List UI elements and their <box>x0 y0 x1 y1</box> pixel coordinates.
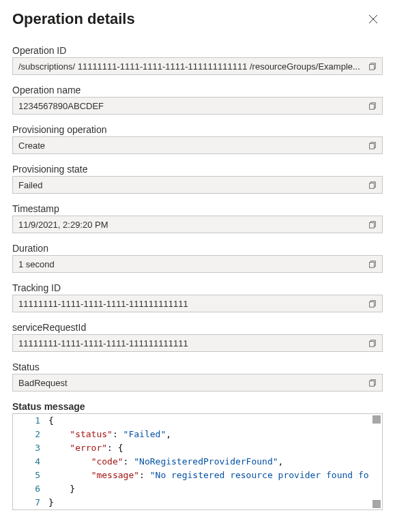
line-number: 2 <box>13 428 48 441</box>
field-label: Status <box>12 361 383 372</box>
copy-icon <box>368 338 377 348</box>
copy-icon <box>368 378 377 387</box>
status-message-code[interactable]: 1 { 2 "status": "Failed", 3 "error": { 4… <box>12 413 383 510</box>
field-value: /subscriptions/ 11111111-1111-1111-1111-… <box>18 61 363 72</box>
copy-button[interactable] <box>363 98 382 114</box>
code-line-1: 1 { <box>13 414 382 428</box>
field-label: Operation ID <box>12 45 383 56</box>
copy-icon <box>368 299 377 308</box>
field-value: 11111111-1111-1111-1111-111111111111 <box>18 338 363 349</box>
field-value: 1 second <box>18 259 363 269</box>
field-value-box: /subscriptions/ 11111111-1111-1111-1111-… <box>12 57 383 75</box>
svg-rect-2 <box>370 143 375 149</box>
svg-rect-8 <box>370 381 375 386</box>
field-label: Provisioning state <box>12 164 383 175</box>
panel-title: Operation details <box>12 10 135 28</box>
code-line-5: 5 "message": "No registered resource pro… <box>13 469 382 482</box>
code-line-2: 2 "status": "Failed", <box>13 428 382 441</box>
field-duration: Duration 1 second <box>12 243 383 273</box>
field-value-box: 1234567890ABCDEF <box>12 97 383 115</box>
code-text: "error": { <box>48 441 382 455</box>
field-value: 1234567890ABCDEF <box>18 101 363 111</box>
field-provisioning-state: Provisioning state Failed <box>12 164 383 194</box>
svg-rect-0 <box>370 64 375 70</box>
code-text: } <box>48 496 382 509</box>
field-value-box: Create <box>12 136 383 154</box>
copy-icon <box>368 180 377 190</box>
copy-icon <box>368 61 377 71</box>
line-number: 6 <box>13 482 48 496</box>
code-text: "status": "Failed", <box>48 428 382 441</box>
svg-rect-1 <box>370 104 375 109</box>
field-value: BadRequest <box>18 378 363 388</box>
line-number: 4 <box>13 455 48 469</box>
field-value-box: BadRequest <box>12 374 383 391</box>
line-number: 7 <box>13 496 48 509</box>
field-service-request-id: serviceRequestId 11111111-1111-1111-1111… <box>12 322 383 352</box>
line-number: 5 <box>13 469 48 482</box>
field-status-message: Status message 1 { 2 "status": "Failed",… <box>12 401 383 510</box>
field-label: Operation name <box>12 85 383 95</box>
svg-rect-4 <box>370 222 375 228</box>
field-status: Status BadRequest <box>12 361 383 391</box>
copy-icon <box>368 220 377 229</box>
code-text: "code": "NoRegisteredProviderFound", <box>48 455 382 469</box>
code-scrollbar-thumb-top <box>372 415 381 424</box>
field-provisioning-operation: Provisioning operation Create <box>12 124 383 154</box>
field-value: Failed <box>18 180 363 190</box>
svg-rect-5 <box>370 262 375 267</box>
copy-icon <box>368 101 377 110</box>
copy-button[interactable] <box>363 58 382 74</box>
operation-details-panel: Operation details Operation ID /subscrip… <box>0 0 395 532</box>
field-label: Timestamp <box>12 203 383 214</box>
field-value-box: 11/9/2021, 2:29:20 PM <box>12 216 383 233</box>
copy-button[interactable] <box>363 295 382 312</box>
field-label: Tracking ID <box>12 282 383 293</box>
copy-button[interactable] <box>363 256 382 272</box>
close-icon <box>368 14 378 24</box>
copy-button[interactable] <box>363 137 382 153</box>
code-line-4: 4 "code": "NoRegisteredProviderFound", <box>13 455 382 469</box>
copy-icon <box>368 141 377 150</box>
field-value-box: 1 second <box>12 255 383 273</box>
field-label: serviceRequestId <box>12 322 383 333</box>
panel-header: Operation details <box>0 0 395 33</box>
svg-rect-6 <box>370 301 375 307</box>
code-text: { <box>48 414 382 428</box>
field-value-box: 11111111-1111-1111-1111-111111111111 <box>12 334 383 352</box>
code-line-6: 6 } <box>13 482 382 496</box>
code-text: "message": "No registered resource provi… <box>48 469 382 482</box>
copy-button[interactable] <box>363 177 382 193</box>
copy-button[interactable] <box>363 374 382 391</box>
copy-icon <box>368 259 377 269</box>
svg-rect-7 <box>370 341 375 346</box>
field-value: Create <box>18 141 363 151</box>
close-button[interactable] <box>364 10 383 29</box>
field-timestamp: Timestamp 11/9/2021, 2:29:20 PM <box>12 203 383 233</box>
code-line-7: 7 } <box>13 496 382 509</box>
field-label: Status message <box>12 401 383 412</box>
code-text: } <box>48 482 382 496</box>
line-number: 1 <box>13 414 48 428</box>
field-value-box: 11111111-1111-1111-1111-111111111111 <box>12 295 383 312</box>
copy-button[interactable] <box>363 335 382 351</box>
field-tracking-id: Tracking ID 11111111-1111-1111-1111-1111… <box>12 282 383 312</box>
field-value: 11111111-1111-1111-1111-111111111111 <box>18 299 363 309</box>
code-line-3: 3 "error": { <box>13 441 382 455</box>
field-label: Provisioning operation <box>12 124 383 135</box>
copy-button[interactable] <box>363 216 382 233</box>
field-label: Duration <box>12 243 383 254</box>
field-operation-name: Operation name 1234567890ABCDEF <box>12 85 383 115</box>
content-scroll[interactable]: Operation ID /subscriptions/ 11111111-11… <box>0 40 395 532</box>
field-value: 11/9/2021, 2:29:20 PM <box>18 220 363 230</box>
field-operation-id: Operation ID /subscriptions/ 11111111-11… <box>12 45 383 75</box>
svg-rect-3 <box>370 183 375 188</box>
line-number: 3 <box>13 441 48 455</box>
field-value-box: Failed <box>12 176 383 194</box>
code-scrollbar-thumb-bottom <box>372 500 381 508</box>
